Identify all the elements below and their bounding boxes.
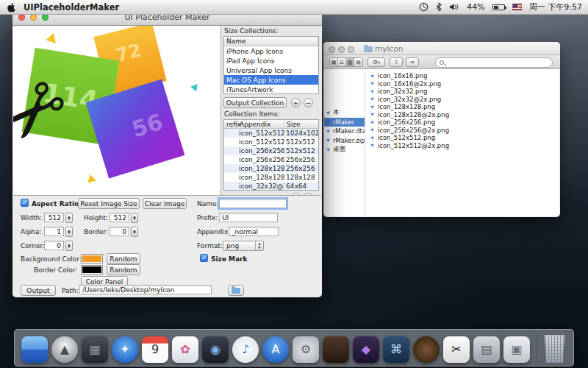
border-color-swatch[interactable]	[81, 265, 103, 275]
dock-icon[interactable]	[323, 336, 349, 363]
dock-icon[interactable]: ▤	[473, 336, 500, 363]
file-row[interactable]: ➤ icon_32x32@2x.png	[366, 96, 559, 104]
dock-icon[interactable]: ⚙	[293, 336, 319, 363]
finder-search-field[interactable]	[435, 57, 553, 68]
alpha-field[interactable]: 1	[44, 227, 64, 236]
input-source-flag-icon[interactable]	[512, 4, 522, 10]
finder-column-item[interactable]: ➤ rMaker	[324, 118, 365, 127]
time-machine-icon[interactable]	[419, 2, 429, 12]
size-collections-header[interactable]: Name	[224, 37, 318, 46]
file-row[interactable]: ➤ icon_128x128@2x.png	[366, 111, 559, 119]
border-random-button[interactable]: Random	[107, 264, 140, 275]
finder-minimize-button[interactable]	[338, 46, 345, 53]
column-header-size[interactable]: Size	[284, 120, 317, 128]
finder-titlebar[interactable]: myIcon	[323, 42, 560, 55]
name-field[interactable]	[219, 199, 287, 208]
size-collection-row[interactable]: Mac OS App Icons	[224, 75, 318, 85]
collection-item-row[interactable]: icon_512x512 512x512	[224, 138, 318, 146]
column-header-appendix[interactable]: Appendix	[237, 120, 284, 128]
dock-icon[interactable]: ⌘	[383, 336, 409, 363]
appendix-field[interactable]	[229, 227, 279, 236]
size-collection-row[interactable]: iPhone App Icons	[224, 46, 318, 56]
file-row[interactable]: ➤ icon_128x128.png	[366, 103, 559, 111]
action-gear-button[interactable]: ⚙▾	[368, 57, 385, 67]
dock-icon[interactable]	[413, 336, 440, 363]
collection-item-row[interactable]: icon_128x128@2x 256x256	[224, 164, 318, 173]
apple-menu-icon[interactable]	[7, 2, 16, 13]
path-field[interactable]	[79, 285, 212, 294]
add-collection-button[interactable]: +	[291, 98, 301, 107]
menubar-clock[interactable]: 周一 下午9:57	[529, 1, 582, 13]
choose-path-button[interactable]	[228, 285, 244, 296]
alpha-stepper[interactable]	[65, 227, 73, 237]
arrange-button[interactable]: ≡	[406, 57, 419, 67]
image-preview-canvas[interactable]: 72 114 56 ✂	[13, 26, 220, 195]
file-row[interactable]: ➤ icon_16x16@2x.png	[366, 80, 559, 88]
folder-proxy-icon[interactable]	[364, 46, 373, 52]
dock-icon[interactable]: ▣	[503, 336, 530, 363]
column-view-icon[interactable]: ▥	[346, 58, 354, 66]
collection-item-row[interactable]: icon_32x32@2x 64x64	[224, 182, 318, 191]
icon-view-icon[interactable]: ▦	[330, 58, 338, 66]
finder-column-item[interactable]: ➤ 本	[324, 108, 365, 118]
dock-icon[interactable]: 9	[142, 336, 168, 363]
file-row[interactable]: ➤ icon_512x512@2x.png	[366, 142, 559, 150]
menubar-app-name[interactable]: UIPlaceholderMaker	[24, 2, 119, 13]
width-field[interactable]: 512	[44, 213, 64, 222]
coverflow-view-icon[interactable]: ▤	[354, 58, 362, 66]
dock-icon[interactable]: ◉	[202, 336, 229, 363]
finder-column-item[interactable]: ➤ rMaker.dtapi	[324, 127, 365, 136]
file-row[interactable]: ➤ icon_512x512.png	[366, 134, 559, 142]
finder-zoom-button[interactable]	[348, 46, 354, 53]
height-stepper[interactable]	[131, 213, 138, 223]
collection-item-row[interactable]: icon_256x256@2x 512x512	[224, 146, 318, 155]
column-header-prefix[interactable]: refix	[224, 120, 237, 128]
file-row[interactable]: ➤ icon_16x16.png	[366, 72, 559, 80]
prefix-field[interactable]	[219, 213, 278, 222]
share-button[interactable]: ⇧	[390, 57, 403, 67]
output-button[interactable]: Output	[21, 285, 56, 296]
dock-icon[interactable]: ✦	[112, 336, 138, 363]
size-collection-row[interactable]: Universal App Icons	[224, 66, 318, 75]
file-row[interactable]: ➤ icon_256x256.png	[366, 118, 559, 127]
finder-close-button[interactable]	[329, 46, 335, 53]
dock-icon[interactable]: A	[262, 336, 289, 363]
corner-stepper[interactable]	[65, 241, 73, 251]
clear-image-button[interactable]: Clear Image	[143, 198, 187, 209]
battery-icon[interactable]	[492, 4, 505, 10]
dock-icon[interactable]: ✿	[172, 336, 198, 363]
dock-icon[interactable]: ♪	[232, 336, 259, 363]
reset-image-size-button[interactable]: Reset Image Size	[78, 198, 140, 209]
format-dropdown[interactable]: png	[223, 241, 264, 251]
dock-icon[interactable]: ◆	[353, 336, 379, 363]
size-collection-row[interactable]: iTunesArtwork	[224, 85, 318, 94]
collection-item-row[interactable]: icon_256x256 256x256	[224, 155, 318, 164]
search-input[interactable]	[446, 58, 548, 67]
dock-icon[interactable]: ▲	[51, 336, 78, 363]
dock-icon[interactable]: ▦	[82, 336, 108, 363]
trash-icon[interactable]	[542, 335, 567, 363]
file-row[interactable]: ➤ icon_256x256@2x.png	[366, 127, 559, 135]
collection-items-header[interactable]: refix Appendix Size	[224, 120, 318, 129]
view-mode-segmented-control[interactable]: ▦ ☰ ▥ ▤	[329, 57, 363, 67]
bluetooth-icon[interactable]	[436, 2, 442, 12]
size-mark-checkbox[interactable]: ✓	[200, 254, 208, 262]
file-row[interactable]: ➤ icon_32x32.png	[366, 88, 559, 96]
volume-icon[interactable]	[449, 3, 459, 11]
corner-field[interactable]: 0	[44, 241, 64, 250]
size-collection-row[interactable]: iPad App Icons	[224, 56, 318, 66]
column-header-name[interactable]: Name	[224, 37, 318, 46]
width-stepper[interactable]	[65, 213, 73, 223]
background-color-swatch[interactable]	[81, 254, 103, 263]
aspect-ratio-checkbox[interactable]: ✓	[21, 199, 29, 207]
background-random-button[interactable]: Random	[107, 253, 140, 264]
border-field[interactable]: 0	[110, 227, 129, 236]
remove-collection-button[interactable]: −	[304, 98, 313, 107]
output-collection-button[interactable]: Output Collection	[223, 97, 287, 108]
list-view-icon[interactable]: ☰	[338, 58, 346, 66]
collection-item-row[interactable]: icon_512x512@2x 1024x1024	[224, 129, 318, 138]
dock-icon[interactable]	[21, 336, 48, 363]
border-stepper[interactable]	[131, 227, 138, 237]
finder-column-item[interactable]: ➤ 桌面	[324, 145, 365, 155]
height-field[interactable]: 512	[110, 213, 129, 222]
